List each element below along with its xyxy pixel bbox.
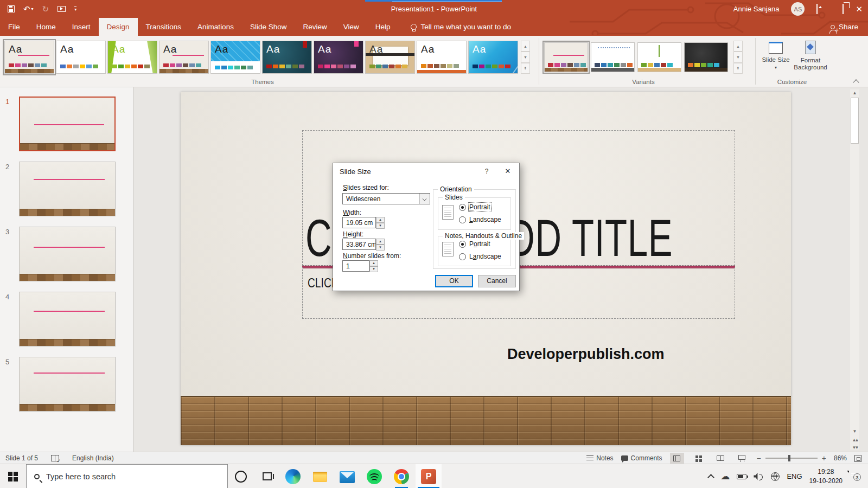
tab-design[interactable]: Design: [99, 18, 138, 36]
radio-selected-icon[interactable]: [459, 241, 466, 248]
slide-thumbnail[interactable]: [19, 292, 116, 346]
slides-landscape-radio[interactable]: Landscape: [459, 216, 501, 223]
clock[interactable]: 19:28 19-10-2020: [809, 467, 843, 485]
theme-thumbnail-retrospect[interactable]: Aa: [417, 41, 467, 74]
theme-thumbnail-office[interactable]: Aa: [56, 41, 106, 74]
language-indicator[interactable]: English (India): [72, 454, 114, 462]
tab-insert[interactable]: Insert: [64, 18, 99, 36]
show-hidden-icons-icon[interactable]: [708, 474, 715, 481]
next-slide-icon[interactable]: ▼▼: [850, 444, 859, 452]
slide-thumbnail[interactable]: [19, 162, 116, 216]
spin-down-icon[interactable]: ▼: [376, 245, 385, 251]
dialog-titlebar[interactable]: Slide Size ? ✕: [333, 163, 519, 179]
radio-unselected-icon[interactable]: [459, 253, 466, 260]
normal-view-button[interactable]: [670, 453, 684, 464]
theme-thumbnail-ion[interactable]: Aa: [262, 41, 312, 74]
zoom-out-icon[interactable]: −: [757, 454, 761, 463]
themes-scroll-down-icon[interactable]: ▼: [521, 52, 530, 62]
spin-down-icon[interactable]: ▼: [376, 223, 385, 229]
taskbar-app-chrome[interactable]: [388, 464, 414, 488]
width-input[interactable]: 19.05 cm: [342, 217, 376, 228]
theme-thumbnail-slice[interactable]: Aa: [468, 41, 518, 74]
taskbar-app-file-explorer[interactable]: [307, 464, 333, 488]
scroll-down-icon[interactable]: ▼: [850, 428, 859, 435]
notes-toggle[interactable]: Notes: [586, 454, 613, 462]
number-input[interactable]: 1: [342, 260, 369, 272]
theme-thumbnail-organic[interactable]: Aa: [365, 41, 415, 74]
ok-button[interactable]: OK: [435, 275, 473, 287]
dialog-help-button[interactable]: ?: [480, 166, 494, 177]
variants-scroll-down-icon[interactable]: ▼: [733, 52, 743, 62]
sized-for-dropdown[interactable]: Widescreen: [342, 193, 430, 204]
tell-me-box[interactable]: Tell me what you want to do: [411, 18, 512, 36]
variants-scroll-up-icon[interactable]: ▲: [733, 41, 743, 52]
task-view-button[interactable]: [254, 464, 280, 488]
cancel-button[interactable]: Cancel: [478, 275, 516, 287]
avatar[interactable]: AS: [791, 2, 805, 16]
spin-down-icon[interactable]: ▼: [369, 266, 378, 272]
tab-slide-show[interactable]: Slide Show: [242, 18, 295, 36]
spin-up-icon[interactable]: ▲: [369, 260, 378, 266]
theme-thumbnail-gallery[interactable]: Aa: [159, 41, 209, 74]
language-badge[interactable]: ENG: [787, 472, 802, 480]
slide-footer-text[interactable]: Developerpublish.com: [507, 346, 665, 363]
variant-thumbnail[interactable]: [637, 42, 681, 72]
taskbar-app-spotify[interactable]: [361, 464, 387, 488]
tab-animations[interactable]: Animations: [189, 18, 242, 36]
slide-indicator[interactable]: Slide 1 of 5: [5, 454, 38, 462]
user-name[interactable]: Annie Sanjana: [733, 5, 780, 13]
slide-thumbnail[interactable]: [19, 97, 116, 151]
restore-button[interactable]: [841, 4, 844, 14]
slides-portrait-radio[interactable]: Portrait: [459, 203, 490, 211]
scroll-up-icon[interactable]: ▲: [850, 89, 859, 97]
zoom-slider[interactable]: [765, 458, 818, 459]
tab-transitions[interactable]: Transitions: [138, 18, 190, 36]
speaker-icon[interactable]: [754, 473, 764, 480]
taskbar-app-edge[interactable]: [280, 464, 306, 488]
spell-check-icon[interactable]: [51, 455, 59, 461]
comments-toggle[interactable]: Comments: [621, 454, 662, 462]
scrollbar-thumb[interactable]: [851, 98, 859, 144]
cortana-button[interactable]: [228, 464, 254, 488]
dropdown-chevron-icon[interactable]: [419, 194, 430, 204]
share-button[interactable]: Share: [831, 18, 858, 36]
dialog-close-button[interactable]: ✕: [499, 165, 517, 178]
variant-thumbnail[interactable]: [544, 42, 588, 72]
previous-slide-icon[interactable]: ▲▲: [850, 436, 859, 444]
themes-more-icon[interactable]: ⇟: [521, 63, 530, 74]
radio-selected-icon[interactable]: [459, 204, 466, 211]
format-background-button[interactable]: Format Background: [796, 40, 825, 71]
slideshow-view-button[interactable]: [735, 453, 749, 464]
theme-thumbnail-boardroom[interactable]: Aa: [314, 41, 363, 74]
height-input[interactable]: 33.867 cm: [342, 239, 376, 250]
action-center-button[interactable]: 3: [850, 471, 863, 482]
slide-size-button[interactable]: Slide Size ▾: [762, 40, 790, 71]
theme-thumbnail-integral[interactable]: Aa: [210, 41, 260, 74]
reading-view-button[interactable]: [713, 453, 727, 464]
collapse-ribbon-icon[interactable]: [853, 78, 860, 85]
taskbar-app-powerpoint[interactable]: [416, 464, 442, 488]
spin-up-icon[interactable]: ▲: [376, 217, 385, 223]
tab-file[interactable]: File: [0, 18, 28, 36]
variant-thumbnail[interactable]: [591, 42, 635, 72]
zoom-percentage[interactable]: 86%: [834, 454, 847, 462]
fit-to-window-icon[interactable]: [854, 455, 861, 462]
close-button[interactable]: ✕: [856, 5, 863, 13]
radio-unselected-icon[interactable]: [459, 216, 466, 223]
tab-review[interactable]: Review: [295, 18, 335, 36]
tab-view[interactable]: View: [335, 18, 367, 36]
ribbon-display-options-icon[interactable]: [816, 4, 818, 14]
notes-portrait-radio[interactable]: Portrait: [459, 240, 490, 248]
onedrive-cloud-icon[interactable]: ☁: [720, 472, 730, 481]
themes-scroll-up-icon[interactable]: ▲: [521, 41, 530, 52]
taskbar-app-mail[interactable]: [334, 464, 360, 488]
theme-thumbnail-facet[interactable]: Aa: [107, 41, 157, 74]
taskbar-search-input[interactable]: Type here to search: [26, 464, 228, 488]
battery-icon[interactable]: [737, 474, 746, 479]
network-globe-icon[interactable]: [771, 472, 780, 481]
spin-up-icon[interactable]: ▲: [376, 239, 385, 245]
zoom-in-icon[interactable]: +: [822, 454, 826, 463]
variants-more-icon[interactable]: ⇟: [733, 63, 743, 74]
slide-thumbnail[interactable]: [19, 357, 116, 412]
variant-thumbnail[interactable]: [684, 42, 728, 72]
